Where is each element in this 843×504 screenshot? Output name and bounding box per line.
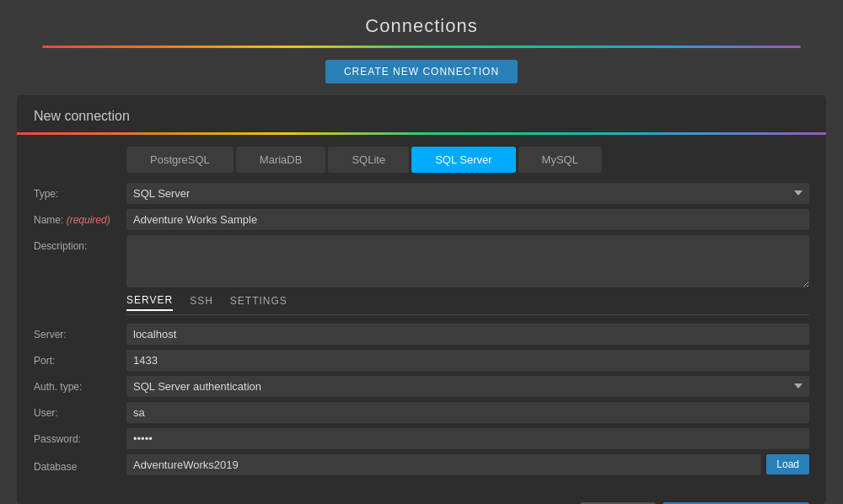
user-label: User:	[34, 402, 126, 419]
tab-mariadb[interactable]: MariaDB	[236, 147, 326, 173]
database-row: Database Load	[34, 454, 809, 475]
type-select[interactable]: SQL Server	[126, 183, 809, 204]
tab-sqlite[interactable]: SQLite	[328, 147, 409, 173]
user-input[interactable]	[126, 402, 809, 423]
description-row: Description:	[34, 235, 809, 287]
name-input[interactable]	[126, 209, 809, 230]
create-btn-wrapper: CREATE NEW CONNECTION	[325, 60, 518, 83]
server-input[interactable]	[126, 324, 809, 345]
sub-tabs: SERVER SSH SETTINGS	[126, 294, 809, 315]
type-row: Type: SQL Server	[34, 183, 809, 204]
server-section: Server: Port: Auth. type: SQL Server aut…	[34, 324, 809, 475]
subtab-ssh[interactable]: SSH	[190, 294, 213, 311]
database-input[interactable]	[126, 454, 761, 475]
load-button[interactable]: Load	[766, 454, 809, 475]
description-input[interactable]	[126, 235, 809, 287]
dialog: New connection PostgreSQL MariaDB SQLite…	[17, 95, 826, 504]
tab-mysql[interactable]: MySQL	[518, 147, 602, 173]
type-label: Type:	[34, 183, 126, 200]
subtab-server[interactable]: SERVER	[126, 294, 173, 311]
user-row: User:	[34, 402, 809, 423]
rainbow-bar-top	[42, 46, 801, 48]
port-row: Port:	[34, 350, 809, 371]
server-label: Server:	[34, 324, 126, 340]
password-label: Password:	[34, 428, 126, 445]
dialog-body: PostgreSQL MariaDB SQLite SQL Server MyS…	[17, 135, 826, 492]
database-label: Database	[34, 456, 126, 473]
description-label: Description:	[34, 235, 126, 252]
create-new-connection-button[interactable]: CREATE NEW CONNECTION	[325, 60, 518, 83]
name-row: Name: (required)	[34, 209, 809, 230]
auth-type-label: Auth. type:	[34, 376, 126, 393]
server-row: Server:	[34, 324, 809, 345]
dialog-footer: Show passwords CLOSE SAVE CONNECTION	[17, 492, 826, 504]
port-label: Port:	[34, 350, 126, 367]
password-row: Password:	[34, 428, 809, 449]
tab-postgresql[interactable]: PostgreSQL	[126, 147, 234, 173]
password-input[interactable]	[126, 428, 809, 449]
dialog-header: New connection	[17, 95, 826, 124]
tab-sqlserver[interactable]: SQL Server	[411, 147, 515, 173]
auth-type-select[interactable]: SQL Server authentication Windows Authen…	[126, 376, 809, 397]
auth-type-row: Auth. type: SQL Server authentication Wi…	[34, 376, 809, 397]
subtab-settings[interactable]: SETTINGS	[230, 294, 287, 311]
name-label: Name: (required)	[34, 209, 126, 226]
port-input[interactable]	[126, 350, 809, 371]
db-tabs: PostgreSQL MariaDB SQLite SQL Server MyS…	[126, 147, 809, 173]
page-header: Connections	[0, 0, 843, 46]
